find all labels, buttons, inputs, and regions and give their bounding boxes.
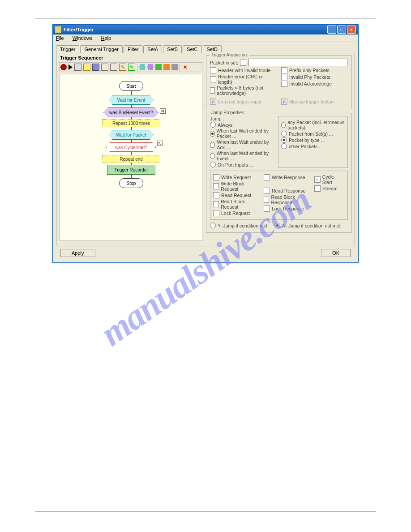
save-icon[interactable]	[92, 64, 99, 71]
tab-general-trigger[interactable]: General Trigger	[80, 45, 122, 53]
checkbox[interactable]	[213, 201, 219, 207]
menu-windows[interactable]: Windows	[73, 35, 96, 41]
play-icon[interactable]	[68, 64, 73, 70]
cyclestart-node[interactable]: was CycleStart?	[106, 142, 156, 152]
checkbox[interactable]	[210, 76, 216, 82]
checkbox[interactable]	[210, 87, 215, 94]
checkbox[interactable]	[213, 174, 219, 180]
close-button[interactable]: ×	[347, 26, 356, 34]
n-radio[interactable]	[274, 223, 280, 228]
apply-button[interactable]: Apply	[60, 249, 95, 257]
radio[interactable]	[210, 142, 215, 148]
radio[interactable]	[210, 153, 215, 159]
main-panel: Trigger Sequencer ✎ ✎	[56, 53, 355, 246]
checkbox[interactable]	[264, 206, 270, 212]
check-label: Lock Request	[221, 210, 250, 216]
maximize-button[interactable]: □	[337, 26, 346, 34]
radio[interactable]	[281, 143, 287, 149]
open-icon[interactable]	[83, 64, 90, 71]
check-label: Read Block Response	[271, 194, 312, 205]
checkbox[interactable]	[213, 192, 219, 198]
checkbox[interactable]	[213, 210, 219, 216]
checkbox[interactable]	[264, 197, 269, 203]
stop-icon[interactable]	[74, 64, 81, 71]
title-bar[interactable]: Filter/Trigger _ □ ×	[53, 25, 358, 34]
radio[interactable]	[281, 122, 286, 128]
packet-type-box: Write Request Write Block Request Read R…	[210, 171, 348, 220]
radio[interactable]	[281, 137, 287, 143]
repeat-node[interactable]: Repeat 1000 times	[102, 119, 160, 127]
radio-label: When last Wait ended by Packet ...	[217, 128, 274, 139]
ext-trigger-label: External trigger input	[218, 99, 261, 104]
checkbox[interactable]	[281, 67, 287, 73]
jump-label: Jump :	[210, 116, 274, 121]
flowchart-canvas[interactable]: Start Wait for Event was BusReset Event?…	[59, 74, 202, 240]
packet-in-set-checkbox[interactable]	[240, 60, 246, 66]
tool-icon-1[interactable]	[110, 64, 117, 71]
cycle-start-checkbox[interactable]	[314, 176, 321, 183]
start-node[interactable]: Start	[119, 81, 143, 91]
check-label: Invalid Acknowledge	[289, 81, 332, 86]
type-col3: Cycle Start Stream	[314, 174, 345, 217]
wait-packet-node[interactable]: Wait for Packet	[109, 130, 154, 140]
radio[interactable]	[210, 131, 215, 137]
hex-purple-icon[interactable]	[147, 64, 154, 70]
checkbox[interactable]	[281, 81, 287, 87]
checkbox[interactable]	[264, 188, 270, 194]
y-radio[interactable]	[210, 223, 216, 228]
menu-file[interactable]: File	[56, 35, 68, 41]
ext-trigger-checkbox	[210, 99, 216, 105]
tab-setc[interactable]: SetC	[183, 45, 201, 53]
radio[interactable]	[281, 131, 287, 137]
packet-in-set-input[interactable]	[248, 59, 348, 66]
sq-green-icon[interactable]	[155, 64, 162, 70]
radio-label: Always	[218, 122, 232, 128]
record-icon[interactable]	[60, 64, 67, 70]
check-label: Lock Response	[272, 206, 304, 211]
check-label: Write Request	[221, 175, 251, 180]
checkbox[interactable]	[281, 74, 287, 80]
busreset-node[interactable]: was BusReset Event?	[103, 107, 159, 117]
y-label: Y: Jump if condition met	[218, 223, 267, 228]
radio[interactable]	[210, 122, 216, 128]
n-tag: N	[157, 141, 163, 146]
right-column: Trigger Always on: Packet in set: Header…	[206, 55, 352, 243]
delete-icon[interactable]: ✕	[182, 64, 188, 70]
check-label: Header with invalid tcode	[218, 68, 270, 73]
wait-event-node[interactable]: Wait for Event	[109, 95, 154, 105]
stop-node[interactable]: Stop	[119, 178, 143, 188]
hex-teal-icon[interactable]	[139, 64, 146, 70]
checkbox[interactable]	[213, 183, 219, 189]
sequencer-title: Trigger Sequencer	[60, 55, 202, 60]
sq-orange-icon[interactable]	[163, 64, 170, 70]
ok-button[interactable]: OK	[321, 249, 351, 257]
tool-icon-2[interactable]: ✎	[119, 64, 126, 71]
checkbox[interactable]	[314, 185, 321, 192]
tab-seta[interactable]: SetA	[143, 45, 162, 53]
check-label: Read Response	[272, 188, 305, 193]
check-label: Read Request	[221, 193, 251, 198]
checkbox[interactable]	[210, 67, 216, 73]
underline: F	[56, 35, 59, 41]
sq-gray-icon[interactable]	[171, 64, 178, 70]
manual-trigger-label: Manual trigger button	[289, 99, 334, 104]
sequencer-toolbar: ✎ ✎ ✕	[59, 62, 202, 72]
tab-setb[interactable]: SetB	[163, 45, 182, 53]
app-window: Filter/Trigger _ □ × File Windows Help T…	[52, 24, 359, 263]
repeat-end-node[interactable]: Repeat end	[102, 155, 160, 163]
export-icon[interactable]	[101, 64, 108, 71]
tab-trigger[interactable]: Trigger	[56, 45, 79, 53]
check-label: Invalid Phy Packets	[289, 74, 330, 80]
jump-right-radios: any Packet (incl. erroneous packets) Pac…	[278, 116, 348, 168]
content-area: Trigger General Trigger Filter SetA SetB…	[53, 42, 358, 262]
tab-row: Trigger General Trigger Filter SetA SetB…	[56, 45, 355, 53]
checkbox[interactable]	[264, 174, 270, 180]
trigger-recorder-node[interactable]: Trigger Recorder	[107, 165, 155, 175]
check-label: Write Block Request	[221, 181, 261, 192]
tool-icon-3[interactable]: ✎	[128, 64, 135, 71]
tab-filter[interactable]: Filter	[124, 45, 142, 53]
menu-help[interactable]: Help	[101, 35, 115, 41]
jump-properties-group: Jump Properties Jump : Always When last …	[206, 113, 352, 233]
minimize-button[interactable]: _	[327, 26, 336, 34]
radio[interactable]	[210, 162, 216, 167]
